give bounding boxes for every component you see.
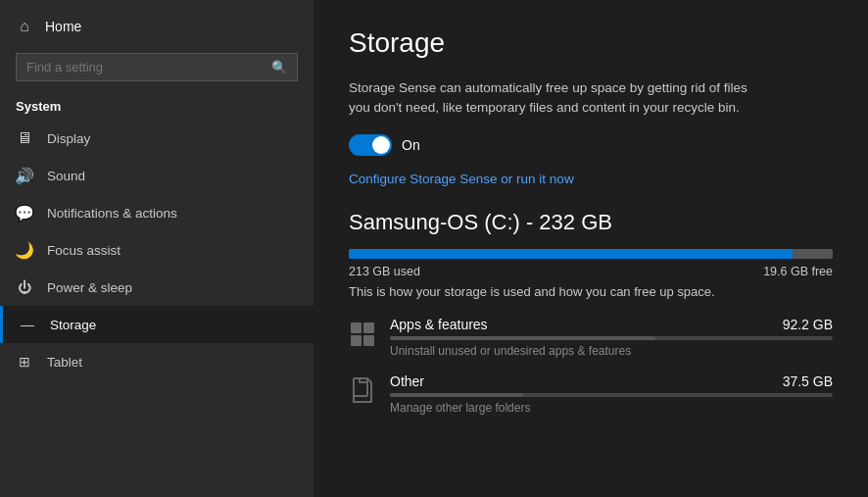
description: Storage Sense can automatically free up … <box>349 78 760 119</box>
apps-sub: Uninstall unused or undesired apps & fea… <box>390 344 833 358</box>
svg-rect-0 <box>351 323 362 333</box>
storage-labels: 213 GB used 19.6 GB free <box>349 265 833 278</box>
sidebar-item-label: Notifications & actions <box>47 206 177 221</box>
sidebar-item-focus[interactable]: 🌙 Focus assist <box>0 231 313 269</box>
sidebar-item-power[interactable]: ⏻ Power & sleep <box>0 269 313 306</box>
sidebar-item-sound[interactable]: 🔊 Sound <box>0 157 313 194</box>
storage-desc: This is how your storage is used and how… <box>349 284 833 299</box>
apps-header: Apps & features 92.2 GB <box>390 317 833 332</box>
sound-icon: 🔊 <box>16 167 33 184</box>
apps-bar-fill <box>390 336 655 340</box>
search-icon: 🔍 <box>271 60 287 75</box>
sidebar-item-notifications[interactable]: 💬 Notifications & actions <box>0 194 313 231</box>
notifications-icon: 💬 <box>16 204 33 222</box>
power-icon: ⏻ <box>16 278 33 296</box>
apps-size: 92.2 GB <box>783 317 833 332</box>
sidebar: ⌂ Home 🔍 System 🖥 Display 🔊 Sound 💬 Noti… <box>0 0 313 497</box>
display-icon: 🖥 <box>16 129 33 147</box>
sidebar-item-label: Tablet <box>47 355 82 370</box>
other-name: Other <box>390 373 424 389</box>
other-sub: Manage other large folders <box>390 401 833 415</box>
home-label: Home <box>45 19 81 34</box>
storage-sense-toggle[interactable] <box>349 134 392 156</box>
toggle-label: On <box>402 137 420 153</box>
apps-content: Apps & features 92.2 GB Uninstall unused… <box>390 317 833 358</box>
apps-icon <box>349 317 376 352</box>
sidebar-item-label: Sound <box>47 169 85 183</box>
configure-link[interactable]: Configure Storage Sense or run it now <box>349 172 833 186</box>
sidebar-item-storage[interactable]: — Storage <box>0 306 313 343</box>
search-input[interactable] <box>26 60 264 75</box>
toggle-row: On <box>349 134 833 156</box>
page-title: Storage <box>349 27 833 59</box>
other-bar-fill <box>390 393 523 397</box>
drive-title: Samsung-OS (C:) - 232 GB <box>349 210 833 235</box>
svg-rect-1 <box>363 323 374 333</box>
free-label: 19.6 GB free <box>763 265 833 278</box>
storage-icon: — <box>19 316 36 333</box>
other-content: Other 37.5 GB Manage other large folders <box>390 373 833 415</box>
main-content: Storage Storage Sense can automatically … <box>313 0 868 497</box>
sidebar-item-label: Power & sleep <box>47 280 132 295</box>
storage-bar <box>349 249 833 259</box>
other-header: Other 37.5 GB <box>390 373 833 389</box>
sidebar-item-label: Display <box>47 131 90 146</box>
sidebar-item-label: Focus assist <box>47 243 121 258</box>
section-label: System <box>0 89 313 120</box>
other-bar <box>390 393 833 397</box>
used-label: 213 GB used <box>349 265 420 278</box>
apps-name: Apps & features <box>390 317 488 332</box>
sidebar-item-tablet[interactable]: ⊞ Tablet <box>0 343 313 380</box>
sidebar-item-display[interactable]: 🖥 Display <box>0 120 313 157</box>
focus-icon: 🌙 <box>16 241 33 259</box>
apps-bar <box>390 336 833 340</box>
tablet-icon: ⊞ <box>16 353 33 371</box>
home-icon: ⌂ <box>16 18 33 35</box>
other-size: 37.5 GB <box>783 373 833 389</box>
svg-rect-3 <box>363 335 374 346</box>
storage-bar-used <box>349 249 793 259</box>
storage-item-other[interactable]: Other 37.5 GB Manage other large folders <box>349 373 833 415</box>
sidebar-home[interactable]: ⌂ Home <box>0 8 313 45</box>
svg-rect-2 <box>351 335 362 346</box>
storage-item-apps[interactable]: Apps & features 92.2 GB Uninstall unused… <box>349 317 833 358</box>
sidebar-item-label: Storage <box>50 318 96 332</box>
other-icon <box>349 373 376 409</box>
search-box[interactable]: 🔍 <box>16 53 298 81</box>
